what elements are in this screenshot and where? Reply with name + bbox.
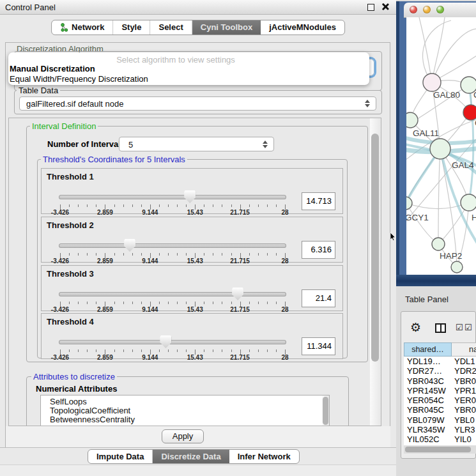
tab-select[interactable]: Select: [150, 20, 192, 35]
zoom-traffic-light-icon[interactable]: [436, 6, 444, 13]
tab-cyni-toolbox[interactable]: Cyni Toolbox: [192, 20, 261, 35]
attribute-item[interactable]: TopologicalCoefficient: [41, 406, 329, 415]
checkbox-icon[interactable]: ☑: [464, 323, 472, 332]
table-row[interactable]: YBR043CYBR0: [404, 376, 476, 386]
network-edge[interactable]: [432, 29, 476, 82]
tab-label: Network: [72, 20, 104, 35]
numerical-attributes-list[interactable]: SelfLoopsTopologicalCoefficientBetweenne…: [40, 395, 330, 426]
slider-tick: [258, 204, 259, 207]
slider-tick: [249, 204, 250, 207]
network-node[interactable]: [432, 238, 445, 250]
network-edge[interactable]: [419, 17, 432, 82]
network-node[interactable]: [430, 139, 450, 159]
gear-icon[interactable]: ⚙: [410, 321, 421, 334]
network-node[interactable]: [406, 197, 412, 210]
checkbox-icon[interactable]: ☑: [456, 323, 463, 332]
split-columns-icon[interactable]: [435, 323, 446, 333]
table-scrollbar-thumb[interactable]: [405, 447, 471, 452]
slider-tick: [132, 204, 133, 207]
bottom-tab-impute-data[interactable]: Impute Data: [88, 450, 153, 463]
table-data-value: galFiltered.sif default node: [26, 99, 123, 109]
float-window-icon[interactable]: [367, 4, 374, 11]
slider-track[interactable]: [59, 340, 286, 344]
settings-scrollbar-thumb[interactable]: [371, 134, 379, 362]
table-row[interactable]: YIL052CYIL0: [404, 434, 476, 444]
slider-thumb[interactable]: [184, 190, 196, 203]
slider-tick: [231, 253, 232, 256]
apply-button[interactable]: Apply: [162, 429, 204, 443]
bottom-tab-bar: Impute DataDiscretize DataInfer Network: [88, 449, 300, 464]
table-row[interactable]: YDR27…YDR2: [404, 366, 476, 376]
threshold-value-field[interactable]: 6.316: [302, 241, 335, 259]
mouse-cursor: [390, 233, 397, 242]
threshold-value-field[interactable]: 21.4: [302, 289, 335, 307]
tab-label: Infer Network: [238, 449, 291, 464]
network-node[interactable]: [451, 261, 463, 273]
close-icon[interactable]: [381, 3, 388, 10]
panel-title: Control Panel: [5, 3, 56, 12]
table-data-combobox[interactable]: galFiltered.sif default node: [19, 96, 376, 111]
network-node[interactable]: [461, 194, 476, 211]
table-row[interactable]: YBL079WYBL0: [404, 415, 476, 425]
tab-network[interactable]: Network: [52, 20, 113, 35]
network-canvas[interactable]: GAL80GACGAL11GAL4GCY1HHAP2: [406, 17, 476, 275]
slider-tick: [177, 204, 178, 207]
settings-scroll-panel: Interval Definition Number of Intervals …: [8, 118, 381, 426]
minimize-traffic-light-icon[interactable]: [423, 6, 431, 13]
slider-tick: [132, 302, 133, 304]
network-node[interactable]: [423, 73, 441, 91]
slider-thumb[interactable]: [124, 239, 135, 252]
bottom-tab-infer-network[interactable]: Infer Network: [229, 450, 299, 463]
settings-scrollbar[interactable]: [370, 118, 381, 426]
attribute-item[interactable]: SelfLoops: [41, 397, 329, 406]
cell-shared-name: YER054C: [407, 395, 444, 405]
threshold-value-field[interactable]: 14.713: [302, 192, 335, 210]
tab-jactivemnodules[interactable]: jActiveMNodules: [261, 20, 344, 35]
slider-tick: [69, 302, 70, 304]
attributes-list-scrollbar[interactable]: [322, 395, 329, 426]
column-header-name[interactable]: na: [452, 342, 476, 357]
node-table[interactable]: YDL19…YDL1YDR27…YDR2YBR043CYBR0YPR145WYP…: [404, 357, 476, 445]
attribute-item[interactable]: BetweennessCentrality: [41, 415, 329, 424]
slider-track[interactable]: [59, 243, 286, 248]
network-edge[interactable]: [406, 203, 438, 244]
slider-thumb[interactable]: [160, 335, 171, 348]
table-row[interactable]: YBR045CYBR0: [404, 405, 476, 415]
combo-spinner-icon[interactable]: [263, 141, 268, 148]
numerical-attributes-label: Numerical Attributes: [36, 384, 117, 394]
slider-tick-label: 28: [270, 354, 300, 361]
slider-tick: [78, 204, 79, 207]
network-node[interactable]: [406, 112, 418, 128]
interval-definition-title: Interval Definition: [30, 121, 98, 131]
table-row[interactable]: YDL19…YDL1: [404, 357, 476, 366]
table-panel-title: Table Panel: [405, 295, 449, 304]
node-label: GAL4: [452, 160, 474, 170]
table-row[interactable]: YLR345WYLR3: [404, 425, 476, 434]
threshold-value-field[interactable]: 11.344: [302, 337, 335, 355]
slider-track[interactable]: [59, 195, 286, 199]
slider-tick: [276, 349, 277, 352]
table-horizontal-scrollbar[interactable]: [404, 445, 476, 454]
network-edge[interactable]: [432, 17, 445, 82]
table-row[interactable]: YER054CYER0: [404, 395, 476, 405]
table-row[interactable]: YPR145WYPR1: [404, 386, 476, 395]
combo-spinner-icon[interactable]: [365, 100, 370, 107]
slider-thumb[interactable]: [232, 288, 243, 300]
close-traffic-light-icon[interactable]: [410, 6, 417, 13]
threshold-label: Threshold 1: [47, 172, 94, 181]
bottom-tab-discretize-data[interactable]: Discretize Data: [153, 450, 229, 463]
algorithm-option-1[interactable]: Manual Discretization: [10, 64, 95, 74]
tab-style[interactable]: Style: [113, 20, 150, 35]
tab-label: Discretize Data: [161, 449, 220, 464]
network-window-titlebar[interactable]: [404, 3, 476, 18]
slider-tick: [123, 349, 124, 352]
network-node[interactable]: [463, 105, 476, 120]
node-label: GCY1: [406, 213, 429, 222]
slider-track[interactable]: [59, 292, 286, 296]
number-of-intervals-label: Number of Intervals: [47, 139, 125, 149]
control-panel: Control Panel NetworkStyleSelectCyni Too…: [0, 0, 396, 476]
network-edge[interactable]: [438, 149, 440, 244]
column-header-shared-name[interactable]: shared…: [404, 342, 452, 357]
number-of-intervals-combobox[interactable]: 5: [119, 137, 274, 151]
algorithm-option-2[interactable]: Equal Width/Frequency Discretization: [10, 74, 148, 84]
